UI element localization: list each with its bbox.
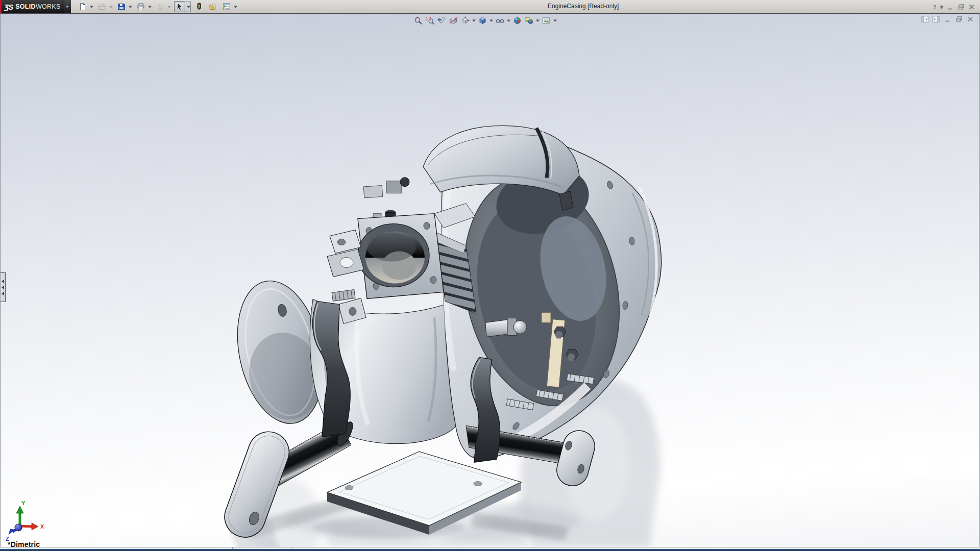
minimize-icon (947, 4, 954, 10)
appearance-icon (209, 3, 217, 11)
status-bar (0, 547, 980, 551)
triad-y-label: Y (21, 500, 26, 506)
zoom-fit-icon (414, 16, 423, 25)
previous-view-button[interactable] (436, 15, 447, 26)
title-bar: ƷS SOLIDWORKS ▸ EngineCasing [Read-only]… (0, 0, 980, 13)
open-icon (98, 3, 106, 11)
help-icon: ? (933, 4, 937, 10)
rebuild-button[interactable] (193, 1, 205, 12)
print-dropdown-arrow[interactable] (147, 1, 152, 12)
help-menu-button[interactable]: ▾ (940, 4, 943, 10)
close-icon (968, 4, 975, 10)
scene-icon (525, 16, 533, 25)
chevron-left-icon (2, 280, 4, 283)
undo-button[interactable] (155, 1, 166, 12)
open-dropdown-arrow[interactable] (108, 1, 113, 12)
close-icon (967, 16, 974, 22)
section-view-button[interactable] (448, 15, 459, 26)
window-controls: ?▾ (933, 0, 975, 13)
view-settings-dropdown-arrow[interactable] (552, 15, 557, 26)
previous-view-icon (437, 16, 446, 25)
display-style-dropdown-arrow[interactable] (488, 15, 494, 26)
3d-scene[interactable] (1, 14, 979, 547)
solidworks-wordmark: SOLIDWORKS (15, 3, 60, 10)
select-dropdown-arrow[interactable] (186, 1, 191, 12)
display-style-icon (478, 16, 487, 25)
edit-appearance-button[interactable] (511, 15, 523, 26)
status-bar-fill (0, 549, 980, 551)
section-view-icon (449, 16, 458, 25)
glasses-icon (496, 16, 504, 25)
help-button[interactable]: ? (933, 4, 937, 10)
view-settings-button[interactable] (541, 15, 552, 26)
options-button[interactable] (221, 1, 232, 12)
solidworks-window: ƷS SOLIDWORKS ▸ EngineCasing [Read-only]… (0, 0, 980, 551)
triad-x-label: X (40, 523, 44, 530)
window-title: EngineCasing [Read-only] (548, 0, 619, 13)
hide-show-items-dropdown-arrow[interactable] (506, 15, 511, 26)
heads-up-view-toolbar (412, 15, 557, 26)
new-document-dropdown-arrow[interactable] (89, 1, 94, 12)
ball-icon (513, 16, 522, 25)
pane-right-icon (933, 16, 940, 22)
document-window-controls (921, 16, 974, 22)
display-style-button[interactable] (477, 15, 488, 26)
orientation-triad: Y X Z (3, 500, 50, 544)
featuremanager-collapsed-tab[interactable] (1, 272, 6, 302)
solidworks-logo: ƷS SOLIDWORKS (0, 0, 64, 13)
minimize-icon (944, 16, 951, 22)
open-button[interactable] (96, 1, 108, 12)
restore-button[interactable] (958, 4, 965, 10)
zoom-to-fit-button[interactable] (412, 15, 424, 26)
ds-logo-mark: ƷS (4, 3, 13, 11)
print-icon (137, 3, 145, 11)
select-icon (176, 3, 184, 11)
apply-scene-dropdown-arrow[interactable] (535, 15, 540, 26)
new-document-icon (79, 3, 87, 11)
restore-icon (955, 16, 963, 22)
chevron-left-icon (2, 292, 4, 295)
help-menu-icon: ▾ (940, 4, 943, 10)
show-left-pane-button[interactable] (921, 16, 928, 22)
show-right-pane-button[interactable] (933, 16, 940, 22)
undo-dropdown-arrow[interactable] (166, 1, 172, 12)
restore-icon (958, 4, 965, 10)
select-button[interactable] (174, 1, 185, 12)
doc-close-button[interactable] (967, 16, 974, 22)
save-icon (117, 3, 126, 11)
view-orientation-button[interactable] (459, 15, 471, 26)
pane-left-icon (921, 16, 928, 22)
standard-toolbar (75, 1, 238, 12)
view-cube-icon (461, 16, 470, 25)
doc-minimize-button[interactable] (944, 16, 951, 22)
apply-scene-button[interactable] (523, 15, 534, 26)
hide-show-items-button[interactable] (494, 15, 505, 26)
rebuild-icon (195, 3, 203, 11)
zoom-area-icon (426, 16, 434, 25)
undo-icon (156, 3, 164, 11)
new-document-button[interactable] (77, 1, 88, 12)
minimize-button[interactable] (947, 4, 954, 10)
graphics-area[interactable]: Y X Z *Dimetric (0, 13, 980, 547)
close-button[interactable] (968, 4, 975, 10)
view-settings-icon (542, 16, 551, 25)
edit-color-button[interactable] (207, 1, 218, 12)
print-button[interactable] (135, 1, 146, 12)
save-dropdown-arrow[interactable] (128, 1, 133, 12)
save-button[interactable] (116, 1, 127, 12)
chevron-left-icon (2, 286, 4, 289)
doc-restore-button[interactable] (955, 16, 963, 22)
menu-expand-arrow[interactable]: ▸ (64, 0, 71, 13)
view-orientation-dropdown-arrow[interactable] (471, 15, 476, 26)
brand-red-strip (0, 0, 2, 13)
zoom-to-area-button[interactable] (424, 15, 435, 26)
options-dropdown-arrow[interactable] (233, 1, 238, 12)
options-icon (223, 3, 231, 11)
